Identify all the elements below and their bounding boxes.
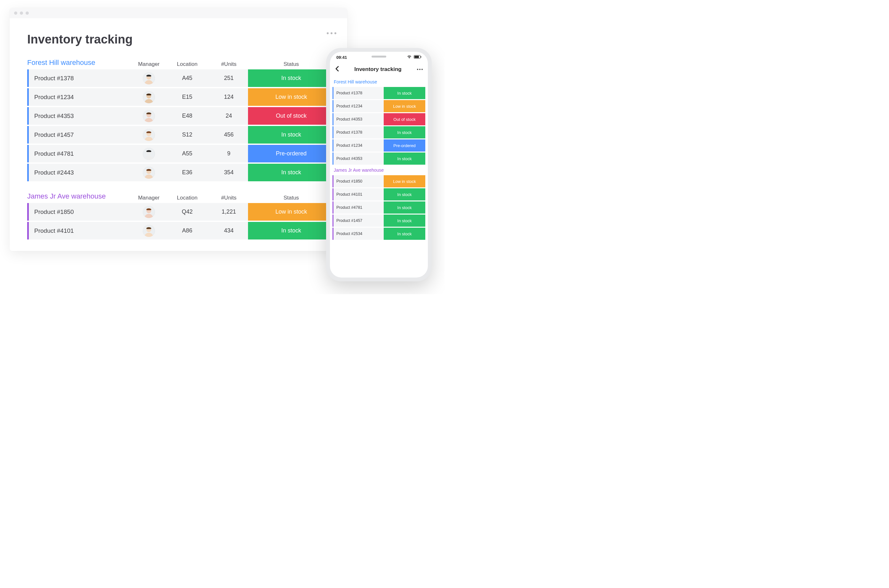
warehouse-section: James Jr Ave warehouseManagerLocation#Un…: [27, 192, 334, 240]
phone-more-button[interactable]: [417, 69, 423, 70]
window-chrome: [10, 8, 347, 18]
statusbar-time: 09:41: [336, 55, 347, 60]
units-cell: 434: [210, 227, 248, 234]
battery-icon: [414, 55, 421, 60]
section-title: James Jr Ave warehouse: [27, 192, 133, 201]
col-header-units: #Units: [210, 195, 248, 201]
status-badge: Out of stock: [248, 107, 334, 125]
status-badge: In stock: [248, 222, 334, 240]
row-accent: [332, 188, 334, 201]
table-row[interactable]: Product #4781A559Pre-ordered: [27, 145, 334, 162]
status-badge: Low in stock: [248, 88, 334, 106]
col-header-units: #Units: [210, 61, 248, 68]
product-cell: Product #1457: [27, 131, 133, 138]
more-button[interactable]: [327, 32, 336, 34]
avatar-icon: [143, 72, 155, 84]
col-header-status: Status: [248, 61, 334, 68]
window-chrome-dot: [20, 12, 23, 15]
desktop-body: Inventory tracking Forest Hill warehouse…: [10, 18, 347, 240]
table-row[interactable]: Product #1234E15124Low in stock: [27, 88, 334, 106]
avatar-icon: [143, 225, 155, 237]
table-row[interactable]: Product #1378A45251In stock: [27, 69, 334, 87]
mobile-section-title: Forest Hill warehouse: [332, 77, 425, 87]
table-row[interactable]: Product #1850Q421,221Low in stock: [27, 203, 334, 220]
product-cell: Product #1378: [27, 75, 133, 82]
units-cell: 251: [210, 75, 248, 81]
mobile-product-cell: Product #1378: [332, 126, 384, 138]
section-title: Forest Hill warehouse: [27, 58, 133, 67]
row-accent: [27, 222, 29, 240]
phone-content: Forest Hill warehouseProduct #1378In sto…: [330, 77, 428, 278]
mobile-table-row[interactable]: Product #4353In stock: [332, 153, 425, 165]
location-cell: A55: [165, 150, 210, 157]
mobile-status-badge: In stock: [384, 188, 425, 201]
location-cell: A45: [165, 75, 210, 81]
mobile-table-row[interactable]: Product #1457In stock: [332, 214, 425, 227]
units-cell: 9: [210, 150, 248, 157]
table-header: Forest Hill warehouseManagerLocation#Uni…: [27, 58, 334, 69]
mobile-table-row[interactable]: Product #4101In stock: [332, 188, 425, 201]
avatar-icon: [143, 206, 155, 218]
row-accent: [27, 203, 29, 220]
mobile-product-cell: Product #2534: [332, 228, 384, 240]
product-cell: Product #4781: [27, 150, 133, 157]
col-header-location: Location: [165, 195, 210, 201]
mobile-product-cell: Product #1457: [332, 214, 384, 227]
row-accent: [332, 140, 334, 152]
status-badge: In stock: [248, 69, 334, 87]
phone-speaker: [372, 56, 386, 57]
units-cell: 456: [210, 131, 248, 138]
location-cell: Q42: [165, 208, 210, 215]
manager-cell: [133, 129, 165, 141]
units-cell: 124: [210, 94, 248, 100]
col-header-manager: Manager: [133, 61, 165, 68]
status-badge: Pre-ordered: [248, 145, 334, 162]
phone-navbar: Inventory tracking: [330, 63, 428, 77]
mobile-table-row[interactable]: Product #4781In stock: [332, 201, 425, 214]
status-badge: Low in stock: [248, 203, 334, 220]
mobile-product-cell: Product #1234: [332, 140, 384, 152]
mobile-status-badge: In stock: [384, 153, 425, 165]
location-cell: E36: [165, 169, 210, 176]
row-accent: [332, 100, 334, 112]
manager-cell: [133, 206, 165, 218]
manager-cell: [133, 91, 165, 103]
product-cell: Product #1234: [27, 94, 133, 101]
row-accent: [332, 175, 334, 188]
desktop-window: Inventory tracking Forest Hill warehouse…: [10, 8, 347, 251]
table-header: James Jr Ave warehouseManagerLocation#Un…: [27, 192, 334, 203]
location-cell: S12: [165, 131, 210, 138]
mobile-table-row[interactable]: Product #2534In stock: [332, 228, 425, 240]
product-cell: Product #4353: [27, 112, 133, 120]
product-cell: Product #4101: [27, 227, 133, 234]
row-accent: [27, 88, 29, 106]
page-title: Inventory tracking: [27, 33, 334, 46]
row-accent: [27, 126, 29, 144]
mobile-table-row[interactable]: Product #1850Low in stock: [332, 175, 425, 188]
mobile-table-row[interactable]: Product #1378In stock: [332, 87, 425, 99]
manager-cell: [133, 110, 165, 122]
mobile-table-row[interactable]: Product #1234Low in stock: [332, 100, 425, 112]
table-row[interactable]: Product #4101A86434In stock: [27, 222, 334, 240]
row-accent: [332, 153, 334, 165]
back-button[interactable]: [335, 65, 339, 74]
mobile-status-badge: In stock: [384, 201, 425, 214]
table-row[interactable]: Product #1457S12456In stock: [27, 126, 334, 144]
product-cell: Product #1850: [27, 208, 133, 216]
location-cell: E48: [165, 112, 210, 119]
location-cell: A86: [165, 227, 210, 234]
mobile-status-badge: Out of stock: [384, 113, 425, 125]
mobile-product-cell: Product #4353: [332, 153, 384, 165]
row-accent: [332, 113, 334, 125]
mobile-product-cell: Product #4101: [332, 188, 384, 201]
mobile-product-cell: Product #4353: [332, 113, 384, 125]
mobile-table-row[interactable]: Product #4353Out of stock: [332, 113, 425, 125]
table-row[interactable]: Product #4353E4824Out of stock: [27, 107, 334, 125]
mobile-table-row[interactable]: Product #1234Pre-ordered: [332, 140, 425, 152]
mobile-table-row[interactable]: Product #1378In stock: [332, 126, 425, 138]
mobile-status-badge: Pre-ordered: [384, 140, 425, 152]
manager-cell: [133, 72, 165, 84]
table-row[interactable]: Product #2443E36354In stock: [27, 164, 334, 181]
location-cell: E15: [165, 94, 210, 100]
phone-mockup: 09:41 Inventory tracking Forest Hill war…: [326, 48, 432, 281]
